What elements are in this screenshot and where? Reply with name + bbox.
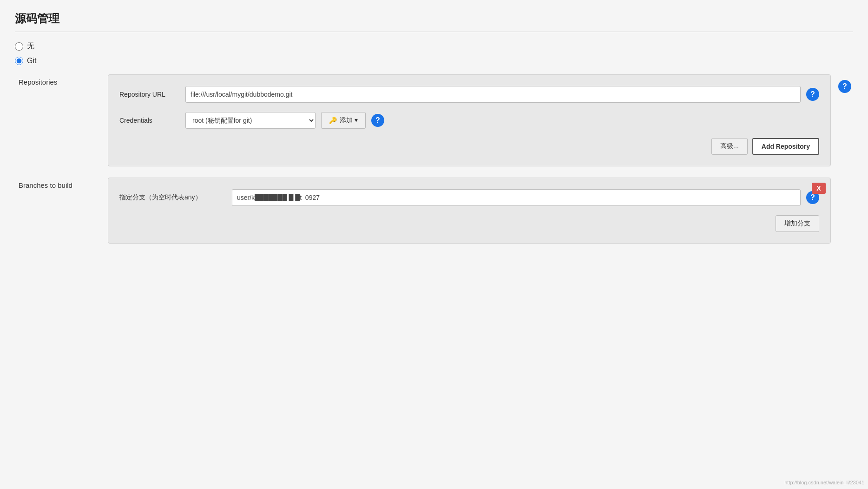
branch-specifier-label: 指定分支（为空时代表any） — [119, 193, 226, 202]
repositories-panel: Repository URL ? Credentials root (秘钥配置f… — [108, 74, 831, 166]
branches-label: Branches to build — [15, 178, 108, 189]
advanced-button[interactable]: 高级... — [711, 138, 748, 155]
repo-url-input[interactable] — [185, 86, 801, 103]
scm-radio-group: 无 Git — [15, 41, 853, 65]
radio-none-input[interactable] — [15, 42, 23, 51]
remove-branch-button[interactable]: X — [812, 183, 826, 194]
add-credentials-button[interactable]: 🔑 添加 ▾ — [321, 112, 366, 129]
repo-url-label: Repository URL — [119, 91, 180, 98]
radio-git[interactable]: Git — [15, 57, 853, 65]
radio-none-label: 无 — [27, 41, 34, 51]
branch-input-row: 指定分支（为空时代表any） ? — [119, 189, 819, 206]
repo-url-row: Repository URL ? — [119, 86, 819, 103]
title-divider — [15, 32, 853, 32]
page-title: 源码管理 — [15, 11, 853, 26]
add-repository-button[interactable]: Add Repository — [752, 138, 819, 155]
repositories-section: Repositories Repository URL ? Credential… — [15, 74, 853, 166]
repositories-label: Repositories — [15, 74, 108, 86]
repo-url-help-icon[interactable]: ? — [806, 88, 819, 101]
repo-panel-footer: 高级... Add Repository — [119, 138, 819, 155]
repositories-outer-help[interactable]: ? — [836, 78, 853, 95]
credentials-select[interactable]: root (秘钥配置for git) — [185, 112, 316, 129]
branches-panel-footer: 增加分支 — [119, 215, 819, 232]
repositories-help-icon[interactable]: ? — [838, 80, 851, 93]
credentials-row: Credentials root (秘钥配置for git) 🔑 添加 ▾ ? — [119, 112, 819, 129]
key-icon: 🔑 — [329, 117, 337, 124]
credentials-label: Credentials — [119, 117, 180, 124]
radio-none[interactable]: 无 — [15, 41, 853, 51]
branches-panel: X 指定分支（为空时代表any） ? 增加分支 — [108, 178, 831, 244]
branches-section: Branches to build X 指定分支（为空时代表any） ? 增加分… — [15, 178, 853, 244]
add-cred-label: 添加 ▾ — [340, 116, 358, 125]
credentials-help-icon[interactable]: ? — [371, 114, 384, 127]
radio-git-input[interactable] — [15, 57, 23, 65]
watermark: http://blog.csdn.net/walein_li/23041 — [784, 480, 864, 485]
radio-git-label: Git — [27, 57, 36, 65]
branch-input[interactable] — [232, 189, 801, 206]
add-branch-button[interactable]: 增加分支 — [776, 215, 819, 232]
